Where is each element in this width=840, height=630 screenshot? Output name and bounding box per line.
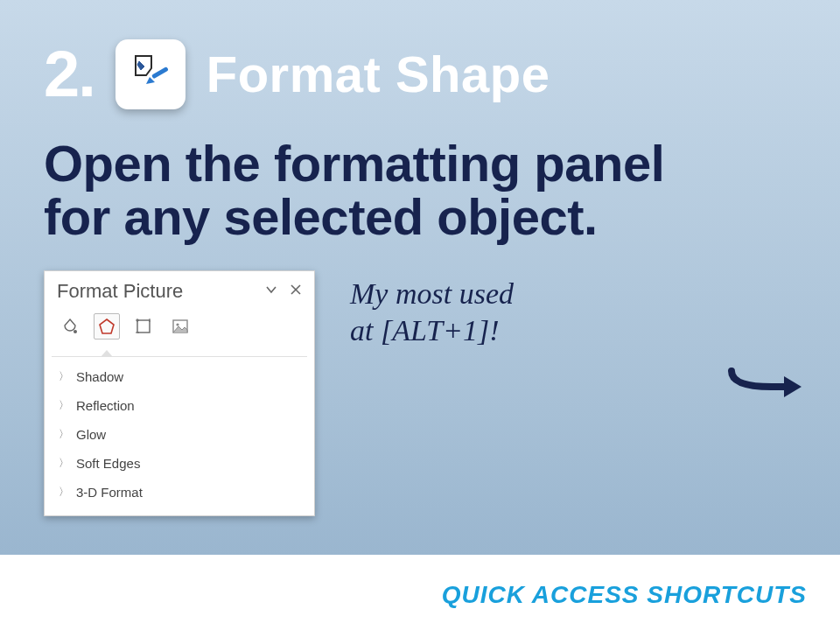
subtitle-line-2: for any selected object. [44, 188, 598, 245]
chevron-right-icon: 〉 [59, 398, 69, 413]
tab-effects-icon[interactable] [94, 313, 120, 340]
svg-rect-0 [151, 66, 169, 79]
slide: 2. Format Shape Open the formatting pane… [0, 0, 840, 630]
svg-marker-5 [100, 319, 114, 333]
tab-fill-icon[interactable] [57, 313, 83, 340]
panel-title: Format Picture [57, 280, 183, 303]
subtitle-line-1: Open the formatting panel [44, 135, 664, 192]
panel-item-label: Shadow [76, 369, 123, 384]
footer-label: QUICK ACCESS SHORTCUTS [442, 581, 807, 609]
chevron-right-icon: 〉 [59, 485, 69, 500]
panel-list: 〉Shadow 〉Reflection 〉Glow 〉Soft Edges 〉3… [45, 362, 314, 515]
panel-item-3d-format[interactable]: 〉3-D Format [50, 478, 309, 507]
panel-item-glow[interactable]: 〉Glow [50, 420, 309, 449]
panel-divider [52, 348, 307, 357]
chevron-right-icon: 〉 [59, 456, 69, 471]
svg-rect-6 [137, 320, 150, 332]
content-row: Format Picture [0, 244, 840, 516]
panel-header: Format Picture [45, 271, 314, 308]
note-line-2: at [ALT+1]! [350, 314, 500, 346]
panel-item-label: Reflection [76, 398, 135, 413]
chevron-down-icon[interactable] [265, 284, 277, 299]
panel-item-reflection[interactable]: 〉Reflection [50, 391, 309, 420]
panel-item-label: 3-D Format [76, 485, 143, 500]
header: 2. Format Shape [0, 0, 840, 111]
tab-picture-icon[interactable] [167, 313, 193, 340]
slide-title: Format Shape [206, 45, 550, 103]
slide-subtitle: Open the formatting panel for any select… [0, 111, 840, 244]
format-shape-tile [116, 39, 186, 109]
close-icon[interactable] [290, 284, 302, 299]
panel-item-shadow[interactable]: 〉Shadow [50, 362, 309, 391]
step-number: 2. [44, 37, 94, 111]
next-arrow-icon [726, 359, 805, 406]
panel-item-label: Soft Edges [76, 456, 140, 471]
note: My most used at [ALT+1]! [350, 270, 514, 350]
panel-item-soft-edges[interactable]: 〉Soft Edges [50, 449, 309, 478]
svg-marker-13 [784, 376, 802, 397]
panel-tabs [45, 308, 314, 348]
panel-item-label: Glow [76, 427, 106, 442]
format-picture-panel: Format Picture [44, 270, 315, 516]
format-shape-icon [129, 51, 172, 98]
note-line-1: My most used [350, 277, 514, 310]
chevron-right-icon: 〉 [59, 427, 69, 442]
svg-point-12 [176, 323, 178, 326]
tab-size-icon[interactable] [130, 313, 157, 340]
chevron-right-icon: 〉 [59, 369, 69, 384]
svg-point-4 [74, 330, 77, 333]
